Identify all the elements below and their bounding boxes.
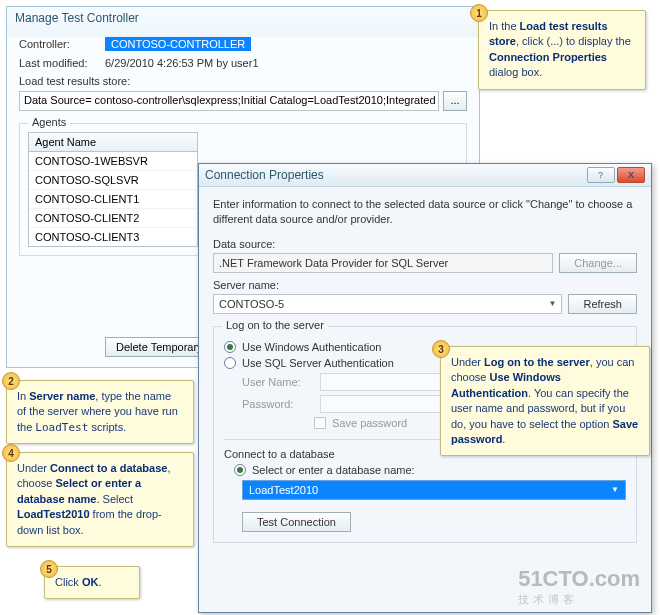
callout-1: In the Load test results store, click (.… bbox=[478, 10, 646, 90]
badge-5: 5 bbox=[40, 560, 58, 578]
password-label: Password: bbox=[242, 398, 312, 410]
callout-4: Under Connect to a database, choose Sele… bbox=[6, 452, 194, 547]
badge-1: 1 bbox=[470, 4, 488, 22]
store-ellipsis-button[interactable]: ... bbox=[443, 91, 467, 111]
agents-table[interactable]: Agent Name CONTOSO-1WEBSVR CONTOSO-SQLSV… bbox=[28, 132, 198, 247]
refresh-button[interactable]: Refresh bbox=[568, 294, 637, 314]
window-title: Manage Test Controller bbox=[7, 7, 479, 29]
store-input[interactable]: Data Source= contoso-controller\sqlexpre… bbox=[19, 91, 439, 111]
radio-icon bbox=[224, 357, 236, 369]
table-row[interactable]: CONTOSO-1WEBSVR bbox=[29, 152, 197, 171]
store-label: Load test results store: bbox=[19, 75, 467, 87]
controller-label: Controller: bbox=[19, 38, 97, 50]
watermark-main: 51CTO.com bbox=[518, 566, 640, 591]
radio-icon bbox=[234, 464, 246, 476]
radio-select-db[interactable]: Select or enter a database name: bbox=[234, 464, 626, 476]
watermark: 51CTO.com 技术博客 bbox=[518, 566, 640, 607]
select-db-label: Select or enter a database name: bbox=[252, 464, 415, 476]
close-button[interactable]: X bbox=[617, 167, 645, 183]
controller-value[interactable]: CONTOSO-CONTROLLER bbox=[105, 37, 251, 51]
svg-text:?: ? bbox=[598, 170, 603, 180]
agents-legend: Agents bbox=[28, 116, 70, 128]
agent-header[interactable]: Agent Name bbox=[29, 133, 197, 152]
checkbox-icon bbox=[314, 417, 326, 429]
help-button[interactable]: ? bbox=[587, 167, 615, 183]
watermark-sub: 技术博客 bbox=[518, 592, 640, 607]
dialog-intro: Enter information to connect to the sele… bbox=[213, 197, 637, 228]
table-row[interactable]: CONTOSO-SQLSVR bbox=[29, 171, 197, 190]
badge-2: 2 bbox=[2, 372, 20, 390]
change-button[interactable]: Change... bbox=[559, 253, 637, 273]
callout-3: Under Log on to the server, you can choo… bbox=[440, 346, 650, 456]
server-name-value: CONTOSO-5 bbox=[219, 298, 284, 310]
close-icon: X bbox=[628, 170, 634, 180]
radio-windows-label: Use Windows Authentication bbox=[242, 341, 381, 353]
callout-5: Click OK. bbox=[44, 566, 140, 599]
server-name-label: Server name: bbox=[213, 279, 637, 291]
dialog-title: Connection Properties bbox=[205, 168, 324, 182]
table-row[interactable]: CONTOSO-CLIENT2 bbox=[29, 209, 197, 228]
last-modified-value: 6/29/2010 4:26:53 PM by user1 bbox=[105, 57, 259, 69]
radio-icon bbox=[224, 341, 236, 353]
database-value: LoadTest2010 bbox=[249, 484, 318, 496]
data-source-field: .NET Framework Data Provider for SQL Ser… bbox=[213, 253, 553, 273]
radio-sql-label: Use SQL Server Authentication bbox=[242, 357, 394, 369]
username-label: User Name: bbox=[242, 376, 312, 388]
save-password-label: Save password bbox=[332, 417, 407, 429]
table-row[interactable]: CONTOSO-CLIENT1 bbox=[29, 190, 197, 209]
server-name-combo[interactable]: CONTOSO-5 ▼ bbox=[213, 294, 562, 314]
logon-legend: Log on to the server bbox=[222, 319, 328, 331]
test-connection-button[interactable]: Test Connection bbox=[242, 512, 351, 532]
last-modified-label: Last modified: bbox=[19, 57, 97, 69]
chevron-down-icon: ▼ bbox=[549, 299, 557, 308]
data-source-label: Data source: bbox=[213, 238, 637, 250]
database-combo[interactable]: LoadTest2010 ▼ bbox=[242, 480, 626, 500]
badge-3: 3 bbox=[432, 340, 450, 358]
badge-4: 4 bbox=[2, 444, 20, 462]
table-row[interactable]: CONTOSO-CLIENT3 bbox=[29, 228, 197, 246]
callout-2: In Server name, type the name of the ser… bbox=[6, 380, 194, 444]
chevron-down-icon: ▼ bbox=[611, 485, 619, 494]
